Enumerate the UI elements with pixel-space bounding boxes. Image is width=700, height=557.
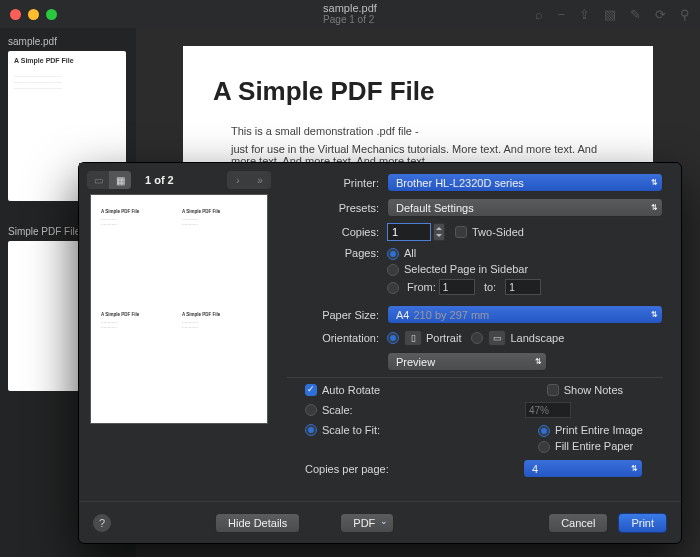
share-icon[interactable]: ⇪ bbox=[579, 7, 590, 22]
presets-label: Presets: bbox=[287, 202, 387, 214]
hide-details-button[interactable]: Hide Details bbox=[215, 513, 300, 533]
pages-all-radio[interactable] bbox=[387, 248, 399, 260]
orientation-label: Orientation: bbox=[287, 332, 387, 344]
print-entire-radio[interactable] bbox=[538, 425, 550, 437]
markup-icon[interactable]: ✎ bbox=[630, 7, 641, 22]
toolbar-icons: ⌕ − ⇪ ▧ ✎ ⟳ ⚲ bbox=[535, 7, 690, 22]
scale-radio[interactable] bbox=[305, 404, 317, 416]
mini-3: A Simple PDF File…………………… bbox=[101, 312, 176, 409]
page-indicator: 1 of 2 bbox=[145, 174, 174, 186]
preview-sheet: A Simple PDF File…………………… A Simple PDF F… bbox=[91, 195, 267, 423]
pages-from-radio[interactable] bbox=[387, 282, 399, 294]
next-page-icon[interactable]: › bbox=[227, 171, 249, 189]
print-entire-label: Print Entire Image bbox=[555, 424, 643, 436]
presets-popup[interactable]: Default Settings⇅ bbox=[387, 198, 663, 217]
window-title: sample.pdf Page 1 of 2 bbox=[323, 2, 377, 26]
page-p1: This is a small demonstration .pdf file … bbox=[231, 125, 623, 137]
auto-rotate-label: Auto Rotate bbox=[322, 384, 380, 396]
pages-all-label: All bbox=[404, 247, 416, 259]
scale-label: Scale: bbox=[322, 404, 353, 416]
preview-column: ▭ ▦ 1 of 2 › » A Simple PDF File……………………… bbox=[79, 163, 279, 501]
fullscreen-icon[interactable] bbox=[46, 9, 57, 20]
preview-mode-segment[interactable]: ▭ ▦ bbox=[87, 171, 131, 189]
to-input[interactable] bbox=[505, 279, 541, 295]
portrait-radio[interactable] bbox=[387, 332, 399, 344]
copies-input[interactable] bbox=[387, 223, 431, 241]
from-input[interactable] bbox=[439, 279, 475, 295]
pdf-menu-button[interactable]: PDF bbox=[340, 513, 394, 533]
auto-rotate-checkbox[interactable] bbox=[305, 384, 317, 396]
zoom-out-icon[interactable]: − bbox=[557, 7, 565, 22]
mini-4: A Simple PDF File…………………… bbox=[182, 312, 257, 409]
chevron-updown-icon: ⇅ bbox=[535, 357, 542, 366]
print-dialog: ▭ ▦ 1 of 2 › » A Simple PDF File……………………… bbox=[78, 162, 682, 544]
page-nav-segment[interactable]: › » bbox=[227, 171, 271, 189]
copies-per-page-label: Copies per page: bbox=[305, 463, 389, 475]
landscape-label: Landscape bbox=[510, 332, 564, 344]
form-column: Printer: Brother HL-L2320D series⇅ Prese… bbox=[279, 163, 681, 501]
scale-input[interactable] bbox=[525, 402, 571, 418]
pages-selected-radio[interactable] bbox=[387, 264, 399, 276]
dialog-footer: ? Hide Details PDF Cancel Print bbox=[79, 501, 681, 543]
help-icon[interactable]: ? bbox=[93, 514, 111, 532]
fill-entire-radio[interactable] bbox=[538, 441, 550, 453]
sidebar-doc-label: sample.pdf bbox=[8, 36, 128, 47]
show-notes-label: Show Notes bbox=[564, 384, 623, 396]
mini-1: A Simple PDF File…………………… bbox=[101, 209, 176, 306]
doc-title: sample.pdf bbox=[323, 2, 377, 14]
divider bbox=[287, 377, 663, 378]
from-label: From: bbox=[407, 281, 436, 293]
close-icon[interactable] bbox=[10, 9, 21, 20]
single-page-icon[interactable]: ▭ bbox=[87, 171, 109, 189]
fill-entire-label: Fill Entire Paper bbox=[555, 440, 633, 452]
thumb1-title: A Simple PDF File bbox=[14, 57, 120, 64]
search2-icon[interactable]: ⚲ bbox=[680, 7, 690, 22]
portrait-label: Portrait bbox=[426, 332, 461, 344]
landscape-icon: ▭ bbox=[488, 330, 506, 346]
search-icon[interactable]: ⌕ bbox=[535, 7, 543, 22]
scale-to-fit-label: Scale to Fit: bbox=[322, 424, 380, 436]
printer-popup[interactable]: Brother HL-L2320D series⇅ bbox=[387, 173, 663, 192]
paper-size-label: Paper Size: bbox=[287, 309, 387, 321]
paper-size-popup[interactable]: A4210 by 297 mm⇅ bbox=[387, 305, 663, 324]
chevron-updown-icon: ⇅ bbox=[631, 464, 638, 473]
copies-stepper[interactable] bbox=[433, 223, 445, 241]
two-sided-checkbox[interactable] bbox=[455, 226, 467, 238]
section-popup[interactable]: Preview⇅ bbox=[387, 352, 547, 371]
chevron-updown-icon: ⇅ bbox=[651, 310, 658, 319]
traffic-lights bbox=[10, 9, 57, 20]
to-label: to: bbox=[484, 281, 496, 293]
doc-subtitle: Page 1 of 2 bbox=[323, 14, 377, 26]
scale-to-fit-radio[interactable] bbox=[305, 424, 317, 436]
show-notes-checkbox[interactable] bbox=[547, 384, 559, 396]
minimize-icon[interactable] bbox=[28, 9, 39, 20]
highlight-icon[interactable]: ▧ bbox=[604, 7, 616, 22]
pages-selected-label: Selected Page in Sidebar bbox=[404, 263, 528, 275]
rotate-icon[interactable]: ⟳ bbox=[655, 7, 666, 22]
print-button[interactable]: Print bbox=[618, 513, 667, 533]
two-sided-label: Two-Sided bbox=[472, 226, 524, 238]
portrait-icon: ▯ bbox=[404, 330, 422, 346]
last-page-icon[interactable]: » bbox=[249, 171, 271, 189]
cancel-button[interactable]: Cancel bbox=[548, 513, 608, 533]
copies-label: Copies: bbox=[287, 226, 387, 238]
pages-label: Pages: bbox=[287, 247, 387, 259]
printer-label: Printer: bbox=[287, 177, 387, 189]
chevron-updown-icon: ⇅ bbox=[651, 178, 658, 187]
copies-per-page-popup[interactable]: 4⇅ bbox=[523, 459, 643, 478]
title-bar: sample.pdf Page 1 of 2 ⌕ − ⇪ ▧ ✎ ⟳ ⚲ bbox=[0, 0, 700, 28]
chevron-updown-icon: ⇅ bbox=[651, 203, 658, 212]
mini-2: A Simple PDF File…………………… bbox=[182, 209, 257, 306]
grid-page-icon[interactable]: ▦ bbox=[109, 171, 131, 189]
page-heading: A Simple PDF File bbox=[213, 76, 623, 107]
landscape-radio[interactable] bbox=[471, 332, 483, 344]
